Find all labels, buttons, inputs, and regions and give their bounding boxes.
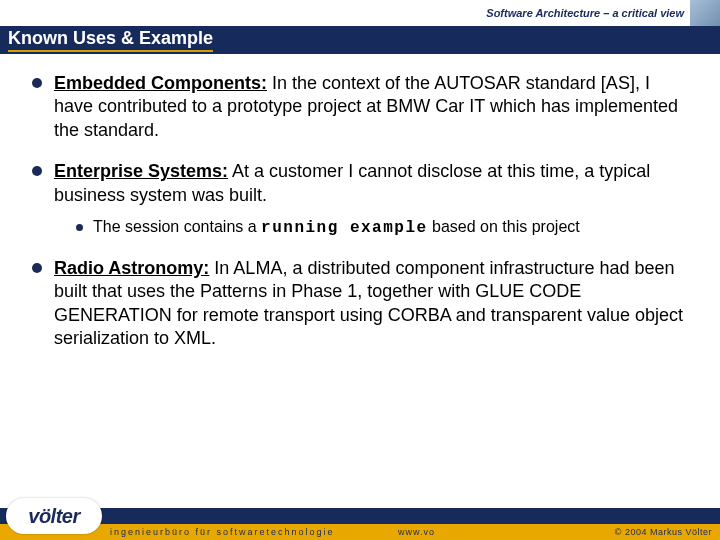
footer-yellow-bar: ingenieurbüro für softwaretechnologie ww…: [0, 524, 720, 540]
footer-blue-bar: [0, 508, 720, 524]
header-decoration: [690, 0, 720, 26]
footer-copyright: © 2004 Markus Völter: [615, 527, 712, 537]
sub-bullet-emph: running example: [261, 219, 428, 237]
content-area: Embedded Components: In the context of t…: [0, 54, 720, 350]
bullet-label: Embedded Components:: [54, 73, 267, 93]
bullet-label: Radio Astronomy:: [54, 258, 209, 278]
logo: völter: [6, 498, 102, 534]
bullet-body: Enterprise Systems: At a customer I cann…: [54, 160, 688, 239]
logo-text: völter: [28, 505, 79, 528]
footer: ingenieurbüro für softwaretechnologie ww…: [0, 508, 720, 540]
footer-tagline: ingenieurbüro für softwaretechnologie: [110, 527, 335, 537]
bullet-item: Embedded Components: In the context of t…: [32, 72, 688, 142]
bullet-icon: [32, 78, 42, 88]
bullet-icon: [76, 224, 83, 231]
sub-bullet-item: The session contains a running example b…: [76, 217, 688, 239]
bullet-body: Embedded Components: In the context of t…: [54, 72, 688, 142]
bullet-item: Radio Astronomy: In ALMA, a distributed …: [32, 257, 688, 351]
header: Software Architecture – a critical view: [0, 0, 720, 26]
sub-bullet-body: The session contains a running example b…: [93, 217, 688, 239]
bullet-icon: [32, 166, 42, 176]
footer-link: www.vo: [398, 527, 435, 537]
sub-bullet-post: based on this project: [428, 218, 580, 235]
title-bar: Known Uses & Example: [0, 26, 720, 54]
bullet-icon: [32, 263, 42, 273]
sub-bullet-pre: The session contains a: [93, 218, 261, 235]
bullet-label: Enterprise Systems:: [54, 161, 228, 181]
bullet-item: Enterprise Systems: At a customer I cann…: [32, 160, 688, 239]
slide-title: Known Uses & Example: [8, 28, 213, 52]
bullet-body: Radio Astronomy: In ALMA, a distributed …: [54, 257, 688, 351]
header-caption: Software Architecture – a critical view: [486, 7, 684, 19]
